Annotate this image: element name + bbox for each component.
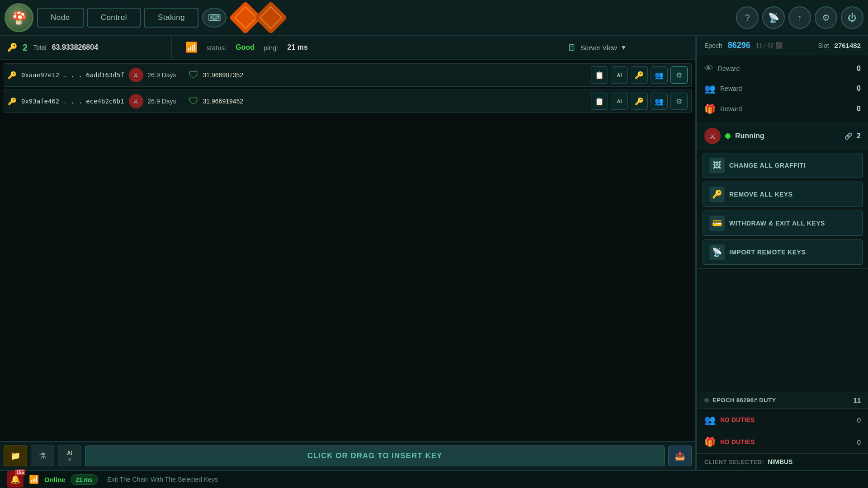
status-message: Exit The Chain With The Selected Keys	[108, 476, 218, 483]
alert-badge[interactable]: 🔔 156	[7, 471, 24, 488]
duty-title: EPOCH 86296# DUTY	[712, 397, 849, 404]
node-address: 0x93afe462 . . . ece4b2c6b1	[21, 98, 124, 105]
keys-button[interactable]: 🔑	[631, 93, 648, 110]
remove-keys-button[interactable]: 🔑 REMOVE ALL KEYS	[703, 182, 863, 207]
running-status-dot	[725, 133, 731, 139]
nav-control-button[interactable]: Control	[87, 8, 141, 28]
withdraw-exit-button[interactable]: 💳 WITHDRAW & EXIT ALL KEYS	[703, 211, 863, 236]
empty-area	[0, 117, 695, 441]
ai-button[interactable]: AI	[611, 93, 628, 110]
slot-value: 2761482	[835, 42, 861, 49]
server-view-button[interactable]: Server View ▼	[580, 44, 627, 52]
app-logo[interactable]: 🍄	[5, 3, 33, 32]
mushroom-icon: 🍄	[11, 10, 27, 25]
online-label: Online	[44, 476, 66, 483]
upload-icon: ↑	[797, 13, 802, 23]
filter-icon: ⚗	[39, 451, 46, 461]
client-row: CLIENT SELECTED: NIMBUS	[697, 453, 868, 470]
remove-keys-label: REMOVE ALL KEYS	[729, 191, 793, 198]
server-icon: 🖥	[567, 42, 576, 53]
epoch-bar: Epoch 86296 11 / 32 ⬛ Slot 2761482	[697, 36, 868, 55]
alert-count: 156	[15, 469, 25, 475]
copy-button[interactable]: 📋	[591, 93, 608, 110]
avatar: ⚔	[129, 94, 143, 108]
withdraw-label: WITHDRAW & EXIT ALL KEYS	[729, 220, 825, 227]
avatar-icon: ⚔	[133, 98, 139, 105]
nav-staking-button[interactable]: Staking	[144, 8, 198, 28]
avatar-icon: ⚔	[133, 71, 139, 79]
duty-header: EPOCH 86296# DUTY 11	[697, 392, 868, 409]
node-days: 26.9 Days	[148, 71, 184, 79]
users-icon: 👥	[704, 83, 716, 94]
reward-label-3: Reward	[720, 105, 852, 113]
beacon-icon: 📡	[768, 12, 779, 23]
duty-row: 🎁 NO DUTIES 0	[697, 431, 868, 453]
copy-button[interactable]: 📋	[591, 66, 608, 84]
insert-key-label: CLICK OR DRAG TO INSERT KEY	[307, 451, 443, 460]
node-list: 🔑 0xaae97e12 . . . 6add163d5f ⚔ 26.9 Day…	[0, 60, 695, 117]
settings-small-button[interactable]: ⚙	[670, 93, 688, 110]
client-value: NIMBUS	[768, 458, 793, 465]
nav-node-button[interactable]: Node	[37, 8, 84, 28]
keys-button[interactable]: 🔑	[631, 66, 648, 84]
folder-icon: 📁	[10, 451, 20, 461]
remove-keys-icon: 🔑	[709, 187, 725, 202]
reward-row: 🎁 Reward 0	[697, 99, 868, 119]
wifi-status-icon: 📶	[29, 474, 39, 484]
terminal-icon: ⌨	[208, 12, 221, 23]
import-remote-label: IMPORT REMOTE KEYS	[729, 249, 806, 256]
duty-dot	[704, 398, 709, 403]
top-header: 🍄 Node Control Staking ⌨ ? 📡 ↑ ⚙ ⏻	[0, 0, 868, 36]
folder-button[interactable]: 📁	[4, 446, 27, 466]
ping-label: ping:	[264, 44, 278, 52]
reward-value-1: 0	[857, 65, 861, 73]
status-value: Good	[236, 43, 255, 52]
shield-icon: 🛡	[189, 95, 198, 107]
brand-logos	[234, 6, 283, 29]
node-row[interactable]: 🔑 0xaae97e12 . . . 6add163d5f ⚔ 26.9 Day…	[4, 63, 692, 87]
ai-icon: AI	[67, 450, 72, 456]
logout-button[interactable]: ⏻	[841, 6, 863, 29]
status-label: status:	[207, 44, 226, 52]
reward-value-2: 0	[857, 84, 861, 93]
running-bar: ⚔ Running 🔗 2	[697, 123, 868, 149]
ai-button[interactable]: AI	[611, 66, 628, 84]
help-button[interactable]: ?	[736, 6, 759, 29]
import-remote-button[interactable]: 📡 IMPORT REMOTE KEYS	[703, 239, 863, 265]
avatar-sword-icon: ⚔	[709, 132, 716, 141]
settings-small-button[interactable]: ⚙	[670, 66, 688, 84]
withdraw-icon: 💳	[709, 216, 725, 231]
status-right: 🖥 Server View ▼	[560, 36, 695, 59]
alert-icon: 🔔	[10, 474, 20, 484]
no-duties-label-1: NO DUTIES	[720, 416, 853, 423]
node-row[interactable]: 🔑 0x93afe462 . . . ece4b2c6b1 ⚔ 26.9 Day…	[4, 89, 692, 113]
avatar: ⚔	[129, 68, 143, 82]
main-layout: 🔑 2 Total 63.933826804 📶 status: Good pi…	[0, 36, 868, 470]
settings-button[interactable]: ⚙	[815, 6, 837, 29]
reward-value-3: 0	[857, 105, 861, 113]
app-status-bar: 🔔 156 📶 Online 21 ms Exit The Chain With…	[0, 470, 868, 488]
upload-button[interactable]: ↑	[788, 6, 811, 29]
ai-toggle-button[interactable]: AI ⚙	[58, 446, 81, 466]
reward-row: 👥 Reward 0	[697, 79, 868, 99]
import-button[interactable]: 📤	[668, 446, 692, 466]
no-duties-label-2: NO DUTIES	[720, 438, 853, 446]
duty-value-1: 0	[857, 416, 861, 424]
filter-button[interactable]: ⚗	[31, 446, 54, 466]
users-button[interactable]: 👥	[651, 66, 668, 84]
node-key-icon: 🔑	[8, 97, 17, 106]
duty-gift-icon: 🎁	[704, 436, 716, 447]
beacon-button[interactable]: 📡	[762, 6, 785, 29]
terminal-button[interactable]: ⌨	[202, 8, 226, 28]
change-graffiti-label: CHANGE ALL GRAFFITI	[729, 162, 806, 169]
help-icon: ?	[745, 13, 750, 23]
key-icon: 🔑	[7, 42, 17, 52]
insert-key-button[interactable]: CLICK OR DRAG TO INSERT KEY	[85, 446, 665, 466]
right-spacer	[697, 269, 868, 392]
users-button[interactable]: 👥	[651, 93, 668, 110]
node-address: 0xaae97e12 . . . 6add163d5f	[21, 71, 124, 79]
epoch-value: 86296	[728, 41, 750, 50]
action-section: 🖼 CHANGE ALL GRAFFITI 🔑 REMOVE ALL KEYS …	[697, 149, 868, 269]
change-graffiti-button[interactable]: 🖼 CHANGE ALL GRAFFITI	[703, 153, 863, 178]
total-value: 63.933826804	[52, 43, 98, 52]
